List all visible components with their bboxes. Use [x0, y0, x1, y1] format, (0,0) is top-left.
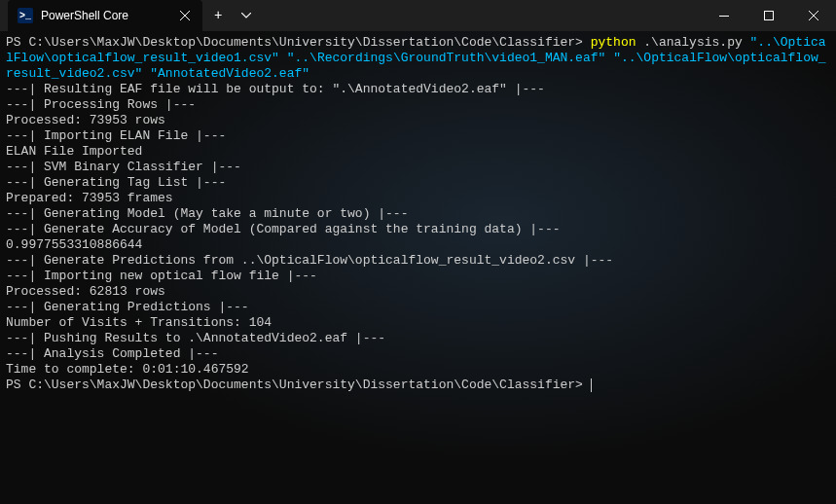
close-icon [809, 9, 818, 23]
close-window-button[interactable] [791, 0, 836, 31]
out-line: ---| Generating Predictions |--- [6, 300, 249, 314]
new-tab-button[interactable]: + [202, 0, 234, 31]
prompt: PS C:\Users\MaxJW\Desktop\Documents\Univ… [6, 35, 591, 50]
out-line: Processed: 62813 rows [6, 284, 165, 299]
out-line: Time to complete: 0:01:10.467592 [6, 362, 249, 377]
prompt: PS C:\Users\MaxJW\Desktop\Documents\Univ… [6, 378, 591, 392]
titlebar: >_ PowerShell Core + [0, 0, 836, 31]
command-arg4: "AnnotatedVideo2.eaf" [150, 66, 309, 81]
tab-powershell[interactable]: >_ PowerShell Core [8, 0, 202, 31]
out-line: ---| Pushing Results to .\AnnotatedVideo… [6, 331, 385, 345]
out-line: Prepared: 73953 frames [6, 191, 173, 205]
out-line: ---| Generating Model (May take a minute… [6, 206, 408, 221]
tab-close-button[interactable] [177, 8, 193, 23]
out-line: ---| Generate Predictions from ..\Optica… [6, 253, 613, 268]
out-line: Number of Visits + Transitions: 104 [6, 315, 272, 330]
tab-dropdown-button[interactable] [234, 0, 259, 31]
out-line: ---| Importing ELAN File |--- [6, 128, 226, 143]
window-controls [702, 0, 836, 31]
cursor [591, 378, 592, 392]
maximize-button[interactable] [746, 0, 791, 31]
out-line: ---| Generating Tag List |--- [6, 175, 226, 190]
out-line: ---| Generate Accuracy of Model (Compare… [6, 222, 561, 236]
out-line: ---| Analysis Completed |--- [6, 346, 218, 361]
out-line: 0.9977553310886644 [6, 237, 142, 252]
out-line: ---| Resulting EAF file will be output t… [6, 82, 545, 96]
minimize-button[interactable] [702, 0, 746, 31]
powershell-icon: >_ [18, 8, 33, 23]
out-line: Processed: 73953 rows [6, 113, 165, 127]
command-arg2: "..\Recordings\GroundTruth\video1_MAN.ea… [287, 51, 606, 65]
maximize-icon [764, 11, 774, 20]
terminal-output[interactable]: PS C:\Users\MaxJW\Desktop\Documents\Univ… [0, 31, 836, 504]
tab-title: PowerShell Core [41, 9, 169, 22]
out-line: ELAN File Imported [6, 144, 142, 159]
minimize-icon [719, 16, 729, 17]
out-line: ---| Importing new optical flow file |--… [6, 269, 317, 283]
command-python: python [591, 35, 636, 50]
command-script: .\analysis.py [636, 35, 750, 50]
out-line: ---| Processing Rows |--- [6, 97, 196, 112]
out-line: ---| SVM Binary Classifier |--- [6, 160, 241, 174]
